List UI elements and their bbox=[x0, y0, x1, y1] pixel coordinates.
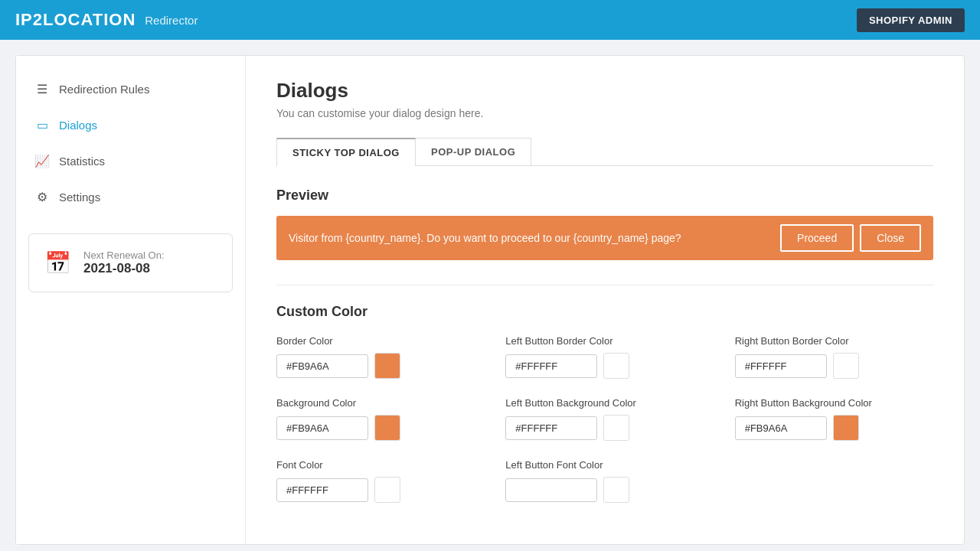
left-button-background-input-row bbox=[505, 415, 704, 441]
preview-message: Visitor from {country_name}. Do you want… bbox=[289, 232, 780, 244]
page-subtitle: You can customise your dialog design her… bbox=[276, 107, 933, 119]
right-button-border-color-label: Right Button Border Color bbox=[735, 335, 933, 347]
tab-sticky-top-dialog[interactable]: STICKY TOP DIALOG bbox=[276, 138, 416, 166]
right-button-background-input[interactable] bbox=[735, 416, 827, 440]
sidebar-label-redirection-rules: Redirection Rules bbox=[59, 83, 149, 96]
color-field-left-button-font: Left Button Font Color bbox=[505, 459, 704, 503]
right-button-background-color-label: Right Button Background Color bbox=[735, 397, 933, 409]
dialog-tabs: STICKY TOP DIALOG POP-UP DIALOG bbox=[276, 138, 933, 166]
left-button-font-input-row bbox=[505, 477, 704, 503]
background-color-swatch[interactable] bbox=[374, 415, 400, 441]
color-field-border: Border Color bbox=[276, 335, 475, 379]
right-button-border-swatch[interactable] bbox=[833, 353, 859, 379]
sidebar-item-dialogs[interactable]: ▭ Dialogs bbox=[16, 107, 245, 143]
font-color-swatch[interactable] bbox=[374, 477, 400, 503]
color-field-background: Background Color bbox=[276, 397, 475, 441]
sidebar: ☰ Redirection Rules ▭ Dialogs 📈 Statisti… bbox=[16, 56, 246, 544]
left-button-background-color-label: Left Button Background Color bbox=[505, 397, 704, 409]
border-color-label: Border Color bbox=[276, 335, 475, 347]
sidebar-item-statistics[interactable]: 📈 Statistics bbox=[16, 143, 245, 179]
border-color-input[interactable] bbox=[276, 354, 368, 378]
gear-icon: ⚙ bbox=[34, 190, 50, 204]
header-logo-group: IP2LOCATION Redirector bbox=[15, 10, 198, 30]
right-button-border-input[interactable] bbox=[735, 354, 827, 378]
left-button-background-swatch[interactable] bbox=[603, 415, 629, 441]
chart-icon: 📈 bbox=[34, 154, 50, 168]
color-field-left-button-background: Left Button Background Color bbox=[505, 397, 704, 441]
renewal-info: Next Renewal On: 2021-08-08 bbox=[83, 249, 165, 276]
background-color-input-row bbox=[276, 415, 475, 441]
main-content: Dialogs You can customise your dialog de… bbox=[246, 56, 964, 544]
proceed-button[interactable]: Proceed bbox=[780, 224, 854, 252]
preview-section-title: Preview bbox=[276, 187, 933, 204]
tab-pop-up-dialog[interactable]: POP-UP DIALOG bbox=[416, 138, 531, 165]
color-field-right-button-background: Right Button Background Color bbox=[735, 397, 933, 441]
left-button-border-color-label: Left Button Border Color bbox=[505, 335, 704, 347]
section-divider bbox=[276, 285, 933, 285]
background-color-input[interactable] bbox=[276, 416, 368, 440]
logo: IP2LOCATION bbox=[15, 10, 136, 30]
right-button-background-swatch[interactable] bbox=[833, 415, 859, 441]
calendar-icon: 📅 bbox=[44, 250, 71, 276]
color-field-left-button-border: Left Button Border Color bbox=[505, 335, 704, 379]
close-button[interactable]: Close bbox=[860, 224, 921, 252]
border-color-swatch[interactable] bbox=[374, 353, 400, 379]
background-color-label: Background Color bbox=[276, 397, 475, 409]
right-button-border-input-row bbox=[735, 353, 933, 379]
page-title: Dialogs bbox=[276, 79, 933, 103]
font-color-label: Font Color bbox=[276, 459, 475, 471]
font-color-input-row bbox=[276, 477, 475, 503]
sidebar-label-settings: Settings bbox=[59, 191, 100, 204]
color-field-right-button-border: Right Button Border Color bbox=[735, 335, 933, 379]
left-button-font-color-label: Left Button Font Color bbox=[505, 459, 704, 471]
custom-color-title: Custom Color bbox=[276, 304, 933, 320]
left-button-border-input-row bbox=[505, 353, 704, 379]
sidebar-label-statistics: Statistics bbox=[59, 155, 105, 168]
dialog-icon: ▭ bbox=[34, 118, 50, 132]
left-button-font-input[interactable] bbox=[505, 478, 597, 502]
preview-bar: Visitor from {country_name}. Do you want… bbox=[276, 216, 933, 260]
renewal-date: 2021-08-08 bbox=[83, 261, 165, 276]
left-button-background-input[interactable] bbox=[505, 416, 597, 440]
left-button-border-input[interactable] bbox=[505, 354, 597, 378]
list-icon: ☰ bbox=[34, 82, 50, 96]
left-button-border-swatch[interactable] bbox=[603, 353, 629, 379]
preview-buttons: Proceed Close bbox=[780, 224, 921, 252]
right-button-background-input-row bbox=[735, 415, 933, 441]
renewal-card: 📅 Next Renewal On: 2021-08-08 bbox=[28, 233, 233, 292]
color-field-font: Font Color bbox=[276, 459, 475, 503]
shopify-admin-button[interactable]: SHOPIFY ADMIN bbox=[857, 8, 965, 32]
app-header: IP2LOCATION Redirector SHOPIFY ADMIN bbox=[0, 0, 980, 40]
color-grid: Border Color Left Button Border Color Ri… bbox=[276, 335, 933, 503]
sidebar-label-dialogs: Dialogs bbox=[59, 119, 97, 132]
sidebar-item-redirection-rules[interactable]: ☰ Redirection Rules bbox=[16, 71, 245, 107]
border-color-input-row bbox=[276, 353, 475, 379]
renewal-label: Next Renewal On: bbox=[83, 249, 165, 261]
font-color-input[interactable] bbox=[276, 478, 368, 502]
left-button-font-swatch[interactable] bbox=[603, 477, 629, 503]
sidebar-item-settings[interactable]: ⚙ Settings bbox=[16, 179, 245, 215]
main-container: ☰ Redirection Rules ▭ Dialogs 📈 Statisti… bbox=[15, 55, 965, 545]
app-name: Redirector bbox=[145, 14, 198, 27]
